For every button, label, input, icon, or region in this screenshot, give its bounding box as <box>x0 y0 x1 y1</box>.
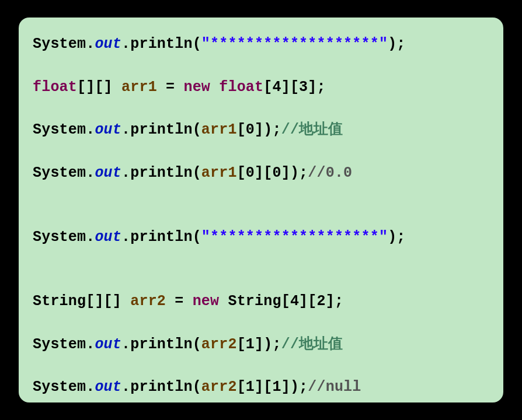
code-panel: System.out.println("*******************"… <box>19 18 503 402</box>
blank-line <box>33 205 489 227</box>
blank-line <box>33 270 489 291</box>
code-line: String[][] arr2 = new String[4][2]; <box>33 291 489 313</box>
code-line: System.out.println(arr1[0]);//地址值 <box>33 120 489 141</box>
code-line: System.out.println(arr1[0][0]);//0.0 <box>33 163 489 184</box>
code-line: float[][] arr1 = new float[4][3]; <box>33 77 489 99</box>
code-line: System.out.println(arr2[1][1]);//null <box>33 377 489 398</box>
code-line: System.out.println(arr2[1]);//地址值 <box>33 334 489 356</box>
code-line: System.out.println("*******************"… <box>33 227 489 249</box>
code-line: System.out.println("*******************"… <box>33 34 489 55</box>
